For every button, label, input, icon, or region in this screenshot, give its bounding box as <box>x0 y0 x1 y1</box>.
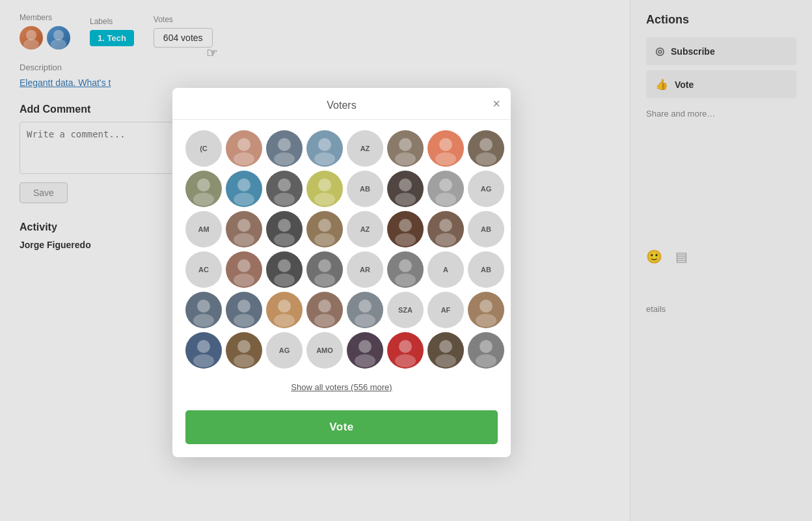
svg-point-49 <box>234 314 254 327</box>
voter-avatar[interactable]: AZ <box>347 130 383 167</box>
svg-point-33 <box>314 233 335 246</box>
voter-avatar[interactable] <box>468 332 504 369</box>
svg-point-21 <box>274 193 295 206</box>
voter-avatar[interactable] <box>226 130 262 167</box>
label-badge[interactable]: 1. Tech <box>90 30 134 46</box>
voter-avatar[interactable] <box>468 130 504 167</box>
svg-point-10 <box>399 138 412 151</box>
svg-point-8 <box>318 138 331 151</box>
voter-avatar[interactable] <box>306 251 343 288</box>
voter-avatar[interactable]: A <box>427 251 464 288</box>
voter-avatar[interactable] <box>387 251 424 288</box>
emoji-icon[interactable]: 🙂 <box>646 249 662 264</box>
voter-avatar[interactable] <box>306 130 343 167</box>
svg-point-22 <box>318 178 331 191</box>
voter-avatar[interactable]: AR <box>347 251 383 288</box>
svg-point-63 <box>355 354 375 367</box>
voter-avatar[interactable] <box>427 332 464 369</box>
voter-avatar[interactable] <box>427 211 464 247</box>
voter-avatar[interactable] <box>185 292 222 328</box>
save-button[interactable]: Save <box>20 182 68 203</box>
modal-close-button[interactable]: × <box>493 97 500 110</box>
svg-point-9 <box>314 152 335 165</box>
voter-avatar[interactable]: AB <box>468 211 504 247</box>
voter-avatar[interactable] <box>347 292 383 328</box>
svg-point-23 <box>314 193 335 206</box>
voter-avatar[interactable] <box>266 211 303 247</box>
voter-avatar[interactable] <box>427 171 464 207</box>
voter-avatar[interactable]: AF <box>427 292 464 328</box>
voter-avatar[interactable] <box>226 292 262 328</box>
show-all-voters-link[interactable]: Show all voters (556 more) <box>291 382 392 392</box>
svg-point-45 <box>395 274 416 287</box>
svg-point-41 <box>274 274 295 287</box>
svg-point-29 <box>234 233 254 246</box>
member-avatar-1[interactable] <box>20 26 43 49</box>
voter-avatar[interactable]: AZ <box>347 211 383 247</box>
subscribe-icon: ◎ <box>655 45 664 57</box>
svg-point-39 <box>234 274 254 287</box>
svg-point-68 <box>480 340 493 353</box>
voter-avatar[interactable]: AC <box>185 251 222 288</box>
svg-point-59 <box>193 354 214 367</box>
share-link[interactable]: Share and more… <box>646 109 796 119</box>
vote-label: Vote <box>675 79 694 90</box>
svg-point-64 <box>399 340 412 353</box>
subscribe-action[interactable]: ◎ Subscribe <box>646 37 796 65</box>
description-text[interactable]: Elegantt data. What's t <box>20 77 610 88</box>
voter-avatar[interactable] <box>347 332 383 369</box>
svg-point-0 <box>26 30 36 40</box>
voter-avatar[interactable] <box>266 171 303 207</box>
voter-avatar[interactable] <box>266 292 303 328</box>
voter-avatar[interactable] <box>226 251 262 288</box>
modal-title: Voters <box>327 100 356 111</box>
member-avatar-2[interactable] <box>47 26 70 49</box>
voter-avatar[interactable] <box>387 171 424 207</box>
svg-point-66 <box>439 340 452 353</box>
svg-point-38 <box>237 259 250 272</box>
svg-point-2 <box>53 30 64 40</box>
show-all-voters: Show all voters (556 more) <box>172 379 511 402</box>
svg-point-30 <box>278 219 291 232</box>
voter-avatar[interactable]: (C <box>185 130 222 167</box>
voter-avatar[interactable] <box>387 332 424 369</box>
voter-avatar[interactable] <box>427 130 464 167</box>
voter-avatar[interactable]: AG <box>468 171 504 207</box>
votes-button[interactable]: 604 votes <box>154 28 213 48</box>
voter-avatar[interactable] <box>306 292 343 328</box>
voter-avatar[interactable] <box>226 171 262 207</box>
svg-point-32 <box>318 219 331 232</box>
svg-point-50 <box>278 300 291 313</box>
voter-avatar[interactable] <box>468 292 504 328</box>
details-link[interactable]: etails <box>646 304 666 314</box>
voter-avatar[interactable] <box>226 211 262 247</box>
svg-point-36 <box>439 219 452 232</box>
modal-vote-button[interactable]: Vote <box>185 410 498 444</box>
voter-avatar[interactable] <box>226 332 262 369</box>
voter-avatar[interactable] <box>185 332 222 369</box>
voter-avatar[interactable] <box>387 130 424 167</box>
voter-avatar[interactable] <box>306 211 343 247</box>
svg-point-42 <box>318 259 331 272</box>
voter-avatar[interactable] <box>266 251 303 288</box>
vote-action[interactable]: 👍 Vote <box>646 70 796 98</box>
voter-avatar[interactable] <box>387 211 424 247</box>
voter-avatar[interactable]: AB <box>347 171 383 207</box>
svg-point-65 <box>395 354 416 367</box>
voter-avatar[interactable]: AM <box>185 211 222 247</box>
voter-avatar[interactable] <box>185 171 222 207</box>
svg-point-26 <box>439 178 452 191</box>
voter-avatar[interactable]: AB <box>468 251 504 288</box>
voter-avatar[interactable] <box>306 171 343 207</box>
svg-point-69 <box>476 354 496 367</box>
svg-point-47 <box>193 314 214 327</box>
voter-avatar[interactable] <box>266 130 303 167</box>
svg-point-18 <box>237 178 250 191</box>
layout-icon[interactable]: ▤ <box>675 249 688 264</box>
svg-point-4 <box>237 138 250 151</box>
voter-avatar[interactable]: AMO <box>306 332 343 369</box>
voter-avatar[interactable]: SZA <box>387 292 424 328</box>
voter-avatar[interactable]: AG <box>266 332 303 369</box>
svg-point-1 <box>23 39 39 49</box>
svg-point-57 <box>476 314 496 327</box>
